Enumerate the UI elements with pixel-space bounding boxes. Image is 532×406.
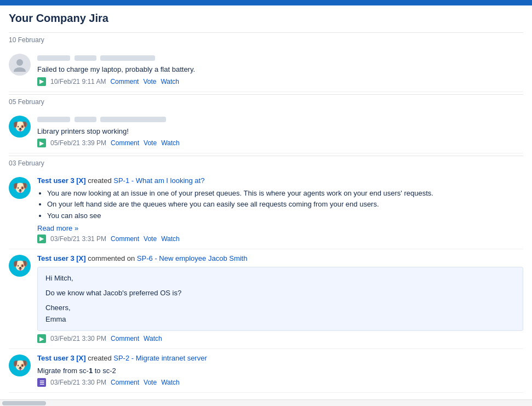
top-bar bbox=[0, 0, 532, 5]
comment-line-2: Do we know what Jacob's preferred OS is? bbox=[45, 288, 515, 299]
item-meta-5: ☰ 03/Feb/21 3:30 PM Comment Vote Watch bbox=[37, 378, 523, 387]
item-meta-4: ▶ 03/Feb/21 3:30 PM Comment Watch bbox=[37, 334, 523, 343]
item-meta-1: ▶ 10/Feb/21 9:11 AM Comment Vote Watch bbox=[37, 77, 523, 86]
avatar-dog-5: 🐶 bbox=[9, 354, 31, 376]
meta-time-5: 03/Feb/21 3:30 PM bbox=[50, 379, 106, 386]
comment-link-1[interactable]: Comment bbox=[110, 78, 139, 85]
blurred-issue-ref-1 bbox=[75, 55, 96, 61]
activity-item-4: 🐶 Test user 3 [X] commented on SP-6 - Ne… bbox=[9, 249, 523, 349]
watch-link-5[interactable]: Watch bbox=[161, 379, 180, 386]
avatar-dog-2: 🐶 bbox=[9, 116, 31, 138]
issue-link-4[interactable]: SP-6 - New employee Jacob Smith bbox=[137, 254, 248, 262]
user-link-4[interactable]: Test user 3 [X] bbox=[37, 254, 86, 262]
activity-item-3: 🐶 Test user 3 [X] created SP-1 - What am… bbox=[9, 171, 523, 249]
item-content-2: Library printers stop working! ▶ 05/Feb/… bbox=[37, 115, 523, 148]
activity-item-1: Failed to charge my laptop, probably a f… bbox=[9, 48, 523, 92]
comment-line-3: Cheers,Emma bbox=[45, 302, 515, 325]
comment-link-2[interactable]: Comment bbox=[111, 139, 139, 147]
activity-item-2: 🐶 Library printers stop working! ▶ 05/Fe… bbox=[9, 110, 523, 154]
watch-link-1[interactable]: Watch bbox=[161, 78, 179, 85]
blurred-issue-ref-2 bbox=[75, 117, 96, 122]
issue-icon-1: ▶ bbox=[37, 77, 46, 86]
avatar-dog-3: 🐶 bbox=[9, 177, 31, 199]
item-title-row-5: Test user 3 [X] created SP-2 - Migrate i… bbox=[37, 353, 523, 363]
item-content-1: Failed to charge my laptop, probably a f… bbox=[37, 53, 523, 86]
action-text-3: created bbox=[88, 176, 113, 185]
meta-time-1: 10/Feb/21 9:11 AM bbox=[50, 78, 106, 85]
page-title: Your Company Jira bbox=[9, 12, 523, 25]
comment-box-4: Hi Mitch, Do we know what Jacob's prefer… bbox=[37, 267, 523, 331]
item-title-row-3: Test user 3 [X] created SP-1 - What am I… bbox=[37, 176, 523, 186]
item-content-4: Test user 3 [X] commented on SP-6 - New … bbox=[37, 254, 523, 343]
avatar-placeholder-1 bbox=[9, 54, 31, 76]
comment-link-3[interactable]: Comment bbox=[111, 235, 139, 243]
user-link-5[interactable]: Test user 3 [X] bbox=[37, 354, 86, 362]
item-title-row-4: Test user 3 [X] commented on SP-6 - New … bbox=[37, 254, 523, 264]
item-content-3: Test user 3 [X] created SP-1 - What am I… bbox=[37, 176, 523, 243]
date-label-feb05: 05 February bbox=[9, 94, 523, 108]
bullet-3-1: On your left hand side are the queues wh… bbox=[47, 199, 523, 210]
item-description-1: Failed to charge my laptop, probably a f… bbox=[37, 64, 523, 75]
vote-link-2[interactable]: Vote bbox=[144, 139, 157, 147]
item-meta-2: ▶ 05/Feb/21 3:39 PM Comment Vote Watch bbox=[37, 139, 523, 147]
date-label-feb03: 03 February bbox=[9, 156, 523, 169]
activity-item-5: 🐶 Test user 3 [X] created SP-2 - Migrate… bbox=[9, 349, 523, 393]
date-label-feb10: 10 February bbox=[9, 32, 523, 46]
issue-link-3[interactable]: SP-1 - What am I looking at? bbox=[113, 176, 204, 185]
meta-time-3: 03/Feb/21 3:31 PM bbox=[50, 235, 106, 243]
item-description-2: Library printers stop working! bbox=[37, 126, 523, 137]
read-more-link-3[interactable]: Read more » bbox=[37, 224, 523, 232]
watch-link-3[interactable]: Watch bbox=[161, 235, 180, 243]
item-meta-3: ▶ 03/Feb/21 3:31 PM Comment Vote Watch bbox=[37, 235, 523, 243]
meta-time-2: 05/Feb/21 3:39 PM bbox=[50, 139, 106, 147]
item-description-5: Migrate from sc-1 to sc-2 bbox=[37, 365, 523, 376]
vote-link-3[interactable]: Vote bbox=[144, 235, 157, 243]
issue-icon-3: ▶ bbox=[37, 235, 46, 243]
avatar-dog-4: 🐶 bbox=[9, 255, 31, 277]
scrollbar-thumb[interactable] bbox=[2, 401, 46, 402]
blurred-issue-name-1 bbox=[100, 55, 155, 61]
blurred-issue-name-2 bbox=[100, 117, 166, 122]
watch-link-2[interactable]: Watch bbox=[161, 139, 180, 147]
date-group-feb05: 05 February 🐶 Library printers stop work… bbox=[9, 94, 523, 154]
issue-icon-2: ▶ bbox=[37, 139, 46, 147]
watch-link-4[interactable]: Watch bbox=[144, 335, 162, 342]
blurred-user-2 bbox=[37, 117, 70, 122]
issue-icon-5: ☰ bbox=[37, 378, 46, 387]
comment-link-5[interactable]: Comment bbox=[111, 379, 139, 386]
item-title-row-2 bbox=[37, 115, 523, 124]
meta-time-4: 03/Feb/21 3:30 PM bbox=[50, 335, 106, 342]
svg-point-1 bbox=[14, 67, 26, 72]
item-title-row-1 bbox=[37, 53, 523, 62]
comment-line-1: Hi Mitch, bbox=[45, 273, 515, 284]
blurred-user-1 bbox=[37, 55, 70, 61]
action-text-5: created bbox=[88, 354, 113, 362]
date-group-feb10: 10 February Failed to charge my laptop, … bbox=[9, 32, 523, 92]
svg-point-0 bbox=[16, 59, 23, 66]
issue-link-5[interactable]: SP-2 - Migrate intranet server bbox=[113, 354, 207, 362]
bullet-3-0: You are now looking at an issue in one o… bbox=[47, 188, 523, 199]
comment-link-4[interactable]: Comment bbox=[111, 335, 139, 342]
item-content-5: Test user 3 [X] created SP-2 - Migrate i… bbox=[37, 353, 523, 387]
issue-icon-4: ▶ bbox=[37, 334, 46, 343]
page-container: Your Company Jira 10 February Failed to … bbox=[0, 5, 532, 402]
bullet-3-2: You can also see bbox=[47, 210, 523, 222]
item-bullets-3: You are now looking at an issue in one o… bbox=[37, 188, 523, 222]
date-group-feb03: 03 February 🐶 Test user 3 [X] created SP… bbox=[9, 156, 523, 393]
action-text-4: commented on bbox=[88, 254, 137, 262]
user-link-3[interactable]: Test user 3 [X] bbox=[37, 176, 86, 185]
vote-link-5[interactable]: Vote bbox=[144, 379, 157, 386]
horizontal-scrollbar[interactable] bbox=[0, 399, 532, 402]
vote-link-1[interactable]: Vote bbox=[143, 78, 156, 85]
